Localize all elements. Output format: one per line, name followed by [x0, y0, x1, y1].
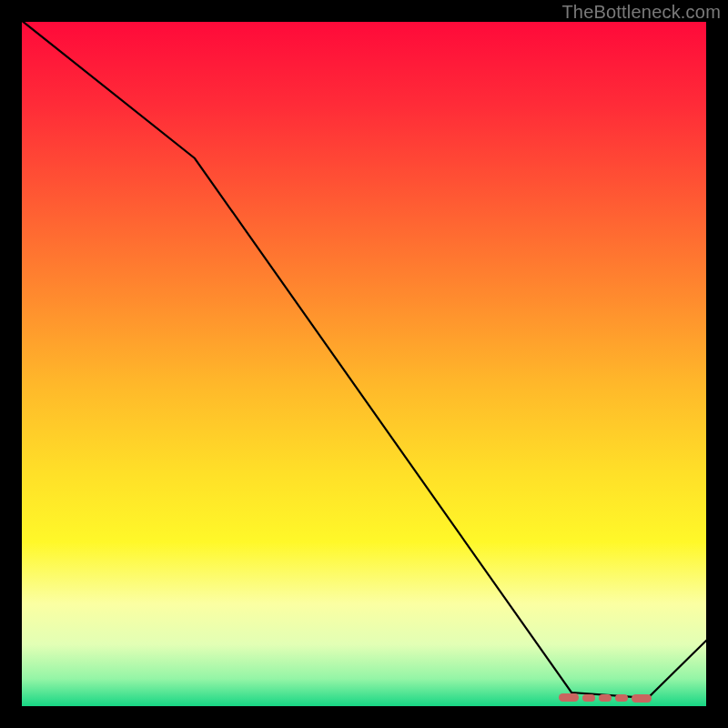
watermark-text: TheBottleneck.com [561, 2, 721, 23]
line-layer [22, 22, 706, 706]
recommended-segment-piece [559, 693, 579, 702]
recommended-segment-piece [632, 694, 652, 703]
recommended-segment-piece [599, 694, 612, 702]
recommended-segment-piece [582, 694, 595, 702]
bottleneck-curve [22, 22, 706, 698]
plot-area [22, 22, 706, 706]
recommended-segment-piece [615, 694, 628, 702]
chart-stage: TheBottleneck.com [0, 0, 728, 728]
